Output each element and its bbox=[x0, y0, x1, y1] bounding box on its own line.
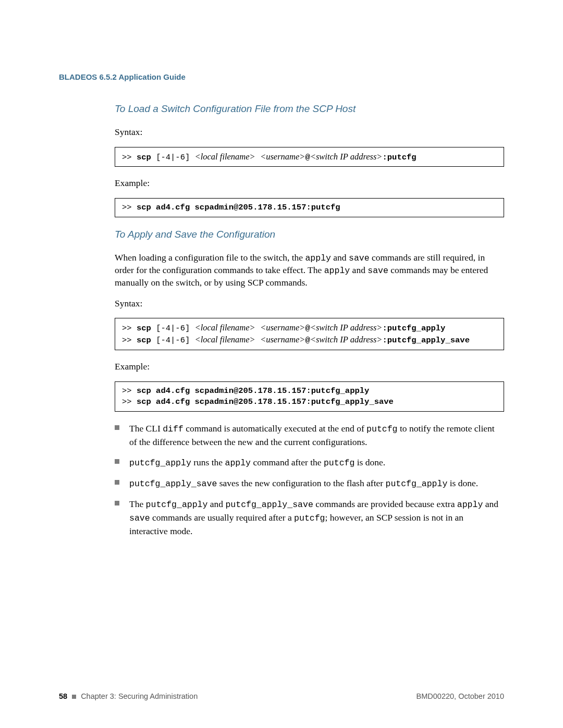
bullet-list: The CLI diff command is automatically ex… bbox=[115, 422, 504, 538]
code-text bbox=[255, 324, 260, 333]
list-item: The CLI diff command is automatically ex… bbox=[115, 422, 504, 449]
intro-paragraph: When loading a configuration file to the… bbox=[115, 252, 504, 289]
code-param: <local filename> bbox=[195, 335, 255, 344]
code-param: <local filename> bbox=[195, 152, 255, 162]
section-heading-apply: To Apply and Save the Configuration bbox=[115, 228, 504, 241]
text: commands are usually required after a bbox=[150, 512, 294, 523]
code-text: >> bbox=[122, 153, 137, 162]
code-text: @ bbox=[305, 336, 310, 345]
text: command after the bbox=[251, 457, 324, 467]
page-number: 58 bbox=[59, 692, 67, 702]
code-text: scp ad4.cfg scpadmin@205.178.15.157:putc… bbox=[137, 203, 340, 212]
inline-code: putcfg bbox=[294, 513, 325, 523]
text: The bbox=[129, 499, 146, 509]
code-text: [-4|-6] bbox=[156, 153, 194, 162]
code-param: <username> bbox=[260, 323, 305, 332]
text: is done. bbox=[354, 457, 385, 467]
code-text: >> bbox=[122, 397, 137, 406]
page-footer: 58 Chapter 3: Securing Administration BM… bbox=[59, 692, 504, 702]
code-text: @ bbox=[305, 153, 310, 162]
example-label-2: Example: bbox=[115, 361, 504, 373]
code-text: >> bbox=[122, 203, 137, 212]
inline-code: save bbox=[349, 253, 370, 263]
inline-code: save bbox=[129, 513, 150, 523]
text: is done. bbox=[447, 478, 478, 488]
inline-code: putcfg bbox=[366, 424, 397, 434]
code-param: <switch IP address> bbox=[310, 323, 383, 332]
text: and bbox=[207, 499, 225, 509]
chapter-label: Chapter 3: Securing Administration bbox=[81, 692, 198, 702]
inline-code: save bbox=[368, 266, 388, 276]
list-item: putcfg_apply runs the apply command afte… bbox=[115, 456, 504, 470]
section-heading-load: To Load a Switch Configuration File from… bbox=[115, 102, 504, 116]
inline-code: putcfg_apply_save bbox=[129, 479, 217, 489]
doc-id: BMD00220, October 2010 bbox=[417, 692, 504, 702]
inline-code: apply bbox=[225, 458, 251, 468]
code-syntax-2: >> scp [-4|-6] <local filename> <usernam… bbox=[115, 318, 504, 350]
code-text: >> bbox=[122, 386, 137, 396]
code-line: >> scp [-4|-6] <local filename> <usernam… bbox=[122, 322, 497, 334]
inline-code: putcfg bbox=[324, 458, 354, 468]
code-param: <username> bbox=[260, 152, 305, 162]
square-bullet-icon bbox=[72, 695, 76, 699]
code-text: >> bbox=[122, 324, 137, 333]
code-text: [-4|-6] bbox=[156, 336, 194, 345]
code-text: :putcfg bbox=[383, 153, 417, 162]
text: The CLI bbox=[129, 423, 163, 434]
list-item: The putcfg_apply and putcfg_apply_save c… bbox=[115, 498, 504, 538]
code-text: @ bbox=[305, 324, 310, 333]
text: runs the bbox=[191, 457, 225, 467]
code-example-1: >> scp ad4.cfg scpadmin@205.178.15.157:p… bbox=[115, 198, 504, 217]
inline-code: diff bbox=[163, 424, 183, 434]
code-text: scp ad4.cfg scpadmin@205.178.15.157:putc… bbox=[137, 397, 394, 406]
code-text: :putcfg_apply_save bbox=[383, 336, 470, 345]
inline-code: putcfg_apply bbox=[129, 458, 191, 468]
code-text: scp bbox=[137, 324, 156, 333]
code-text bbox=[255, 336, 260, 345]
inline-code: putcfg_apply bbox=[146, 500, 208, 510]
code-param: <switch IP address> bbox=[310, 335, 383, 344]
code-syntax-1: >> scp [-4|-6] <local filename> <usernam… bbox=[115, 147, 504, 167]
code-text: [-4|-6] bbox=[156, 324, 194, 333]
doc-running-header: BLADEOS 6.5.2 Application Guide bbox=[59, 72, 504, 82]
text: and bbox=[350, 265, 368, 275]
code-text: :putcfg_apply bbox=[383, 324, 446, 333]
syntax-label-2: Syntax: bbox=[115, 298, 504, 310]
inline-code: putcfg_apply_save bbox=[225, 500, 313, 510]
code-example-2: >> scp ad4.cfg scpadmin@205.178.15.157:p… bbox=[115, 381, 504, 412]
page-content: BLADEOS 6.5.2 Application Guide To Load … bbox=[59, 0, 504, 587]
code-text: scp bbox=[137, 153, 156, 162]
text: When loading a configuration file to the… bbox=[115, 252, 305, 263]
text: commands are provided because extra bbox=[313, 499, 457, 509]
list-item: putcfg_apply_save saves the new configur… bbox=[115, 477, 504, 490]
inline-code: putcfg_apply bbox=[385, 479, 447, 489]
code-line: >> scp ad4.cfg scpadmin@205.178.15.157:p… bbox=[122, 397, 497, 408]
text: saves the new configuration to the flash… bbox=[217, 478, 385, 488]
inline-code: apply bbox=[305, 253, 331, 263]
code-text: scp bbox=[137, 336, 156, 345]
inline-code: apply bbox=[324, 266, 350, 276]
example-label-1: Example: bbox=[115, 177, 504, 190]
content-area: To Load a Switch Configuration File from… bbox=[59, 102, 504, 538]
syntax-label-1: Syntax: bbox=[115, 126, 504, 139]
code-text: >> bbox=[122, 336, 137, 345]
text: and bbox=[483, 499, 498, 509]
text: command is automatically executed at the… bbox=[183, 423, 366, 434]
code-text bbox=[255, 153, 260, 162]
text: and bbox=[331, 252, 349, 263]
code-param: <username> bbox=[260, 335, 305, 344]
code-param: <local filename> bbox=[195, 323, 255, 332]
code-line: >> scp [-4|-6] <local filename> <usernam… bbox=[122, 334, 497, 346]
inline-code: apply bbox=[457, 500, 483, 510]
code-text: scp ad4.cfg scpadmin@205.178.15.157:putc… bbox=[137, 386, 369, 396]
code-line: >> scp ad4.cfg scpadmin@205.178.15.157:p… bbox=[122, 386, 497, 397]
code-param: <switch IP address> bbox=[310, 152, 383, 162]
